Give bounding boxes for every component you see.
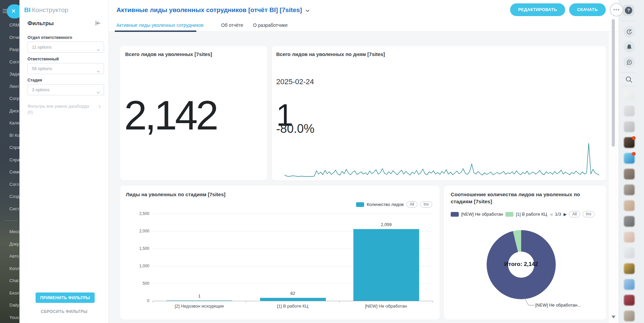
logo-bi: BI [24, 6, 31, 13]
avatar[interactable] [624, 311, 635, 321]
legend-inv-button[interactable]: Inv [420, 201, 432, 208]
avatar[interactable] [624, 106, 635, 116]
sidebar-item[interactable]: Yous [9, 315, 21, 320]
legend-swatch[interactable] [356, 202, 364, 207]
avatar[interactable] [624, 279, 635, 290]
card-total-leads: Всего лидов на уволенных [7sites] 2,142 [120, 46, 267, 180]
avatar[interactable] [624, 184, 635, 195]
sidebar-item[interactable]: Лент [9, 84, 21, 89]
sidebar-item[interactable]: Безл [9, 291, 21, 296]
sidebar-item[interactable]: Отче [9, 35, 21, 40]
page-title[interactable]: Активные лиды уволенных сотрудников [отч… [116, 6, 310, 14]
sidebar-item[interactable]: Месс [9, 229, 21, 234]
scroll-down-icon[interactable] [611, 316, 615, 318]
department-select[interactable]: 11 options [28, 42, 104, 53]
sidebar-item[interactable]: Созд [9, 194, 21, 199]
responsible-select-value: 56 options [32, 66, 52, 71]
chevron-down-icon[interactable] [305, 7, 310, 14]
sidebar-item[interactable]: Сотр [9, 96, 21, 101]
avatar[interactable] [624, 248, 635, 258]
bar-ne-obrabotan[interactable] [353, 229, 419, 301]
daily-date: 2025-02-24 [276, 77, 314, 86]
avatar-image [624, 295, 635, 306]
apply-filters-button[interactable]: ПРИМЕНИТЬ ФИЛЬТРЫ [36, 292, 95, 303]
avatar[interactable] [624, 137, 635, 148]
sidebar-nav-top: CRMОтчеРазрСоглЗадаЛентСотрДискКалеBI Ко… [9, 23, 21, 211]
sidebar-item[interactable]: Диск [9, 109, 21, 114]
legend-inv-button[interactable]: Inv [583, 211, 595, 217]
y-tick: 0 [129, 299, 149, 303]
bar-nedozvon[interactable] [166, 301, 232, 301]
app-sidebar: ✕ CRMОтчеРазрСоглЗадаЛентСотрДискКалеBI … [0, 0, 19, 323]
sidebar-item[interactable]: Спра [9, 145, 21, 150]
stage-select[interactable]: 3 options [28, 84, 104, 95]
app-logo: BIКонструктор [24, 6, 68, 14]
download-button[interactable]: СКАЧАТЬ [569, 3, 606, 16]
legend-pager: 1/3 [555, 212, 561, 217]
messages-button[interactable] [624, 56, 635, 68]
avatar[interactable] [624, 90, 635, 101]
sidebar-item[interactable]: Разр [9, 47, 21, 52]
sidebar-item[interactable]: Сист [9, 207, 21, 212]
card-leads-by-stage: Лиды на уволенных по стадиям [7sites] Ко… [120, 185, 440, 320]
donut-center-label: Итого: 2,142 [488, 261, 555, 268]
card-title: Лиды на уволенных по стадиям [7sites] [126, 192, 226, 197]
legend-all-button[interactable]: All [406, 201, 417, 208]
legend-swatch[interactable] [451, 212, 459, 217]
sidebar-item[interactable]: Сими [9, 170, 21, 175]
reset-filters-button[interactable]: СБРОСИТЬ ФИЛЬТРЫ [19, 309, 109, 314]
page-title-text: Активные лиды уволенных сотрудников [отч… [116, 6, 302, 14]
sidebar-item[interactable]: Доку [9, 242, 21, 247]
sidebar-item[interactable]: Daily [9, 303, 21, 308]
notifications-button[interactable] [624, 41, 635, 53]
legend-next-icon[interactable]: ▶ [563, 212, 566, 217]
sidebar-item[interactable]: CRM [9, 23, 21, 28]
legend-swatch[interactable] [505, 212, 513, 217]
avatar[interactable] [624, 121, 635, 132]
legend-all-button[interactable]: All [569, 211, 580, 217]
sidebar-item[interactable]: Авто [9, 254, 21, 259]
more-options-button[interactable]: ••• [610, 3, 623, 16]
chevron-right-icon [98, 104, 102, 108]
scrollbar-thumb[interactable] [612, 19, 615, 147]
filters-outside-dashboard-link[interactable]: Фильтры вне рамок дашборда (0) [28, 103, 97, 115]
sidebar-item[interactable]: Согл [9, 60, 21, 65]
avatar-image [624, 248, 635, 258]
avatar[interactable] [624, 169, 635, 179]
sidebar-item[interactable]: Колл [9, 266, 21, 271]
sidebar-item[interactable]: Согл [9, 182, 21, 187]
category-label: [2] Недозвон исходящие [153, 304, 246, 309]
bar-v-rabote[interactable] [260, 298, 326, 301]
avatar-image [624, 216, 635, 227]
total-leads-value: 2,142 [124, 95, 216, 136]
bell-icon [626, 44, 632, 50]
avatar[interactable] [624, 263, 635, 274]
sidebar-item[interactable]: Зада [9, 72, 21, 77]
tab-about-developer[interactable]: О разработчике [253, 22, 288, 28]
collapse-panel-icon[interactable] [95, 20, 101, 26]
filters-outside-label: Фильтры вне рамок дашборда [28, 104, 89, 109]
avatar[interactable] [624, 153, 635, 164]
legend-prev-icon[interactable]: ◀ [549, 212, 552, 217]
sidebar-item[interactable]: Кале [9, 121, 21, 126]
help-button[interactable]: ? [623, 5, 634, 16]
department-select-value: 11 options [32, 45, 52, 50]
tab-active-leads[interactable]: Активные лиды уволенных сотрудников [116, 22, 203, 28]
responsible-select[interactable]: 56 options [28, 63, 104, 74]
category-label: [NEW] Не обработан [339, 304, 433, 309]
tab-about-report[interactable]: Об отчёте [221, 22, 243, 28]
avatar[interactable] [624, 232, 635, 243]
avatar[interactable] [624, 200, 635, 211]
sidebar-item[interactable]: Спра [9, 158, 21, 163]
history-button[interactable] [624, 26, 635, 38]
edit-button[interactable]: РЕДАКТИРОВАТЬ [510, 3, 565, 16]
sidebar-item[interactable]: BI Ко [9, 133, 21, 138]
avatar[interactable] [624, 295, 635, 306]
legend-label: Количество лидов [367, 202, 404, 207]
card-leads-ratio: Соотношение количества лидов на уволенны… [444, 185, 606, 320]
filter-label-department: Отдел ответственного [28, 35, 72, 40]
avatar[interactable] [624, 216, 635, 227]
sidebar-item[interactable]: Chat [9, 278, 21, 283]
chevron-down-icon [96, 67, 100, 71]
search-button[interactable] [625, 76, 633, 85]
